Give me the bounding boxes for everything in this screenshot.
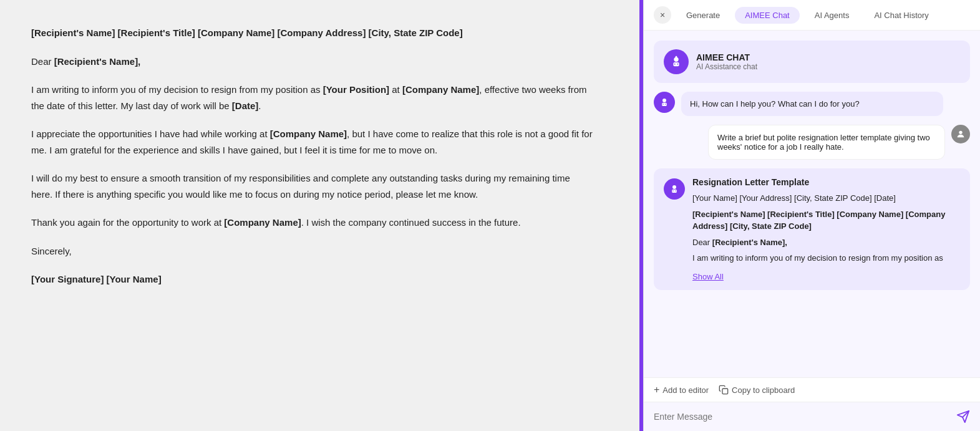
svg-rect-15 [722,389,728,394]
doc-para1: I am writing to inform you of my decisio… [31,82,593,114]
add-to-editor-label: Add to editor [662,385,709,395]
user-avatar [951,125,970,143]
svg-rect-7 [662,103,667,106]
aimee-subtitle: AI Assistance chat [696,62,757,71]
aimee-info: AIMEE CHAT AI Assistance chat [696,52,757,71]
svg-point-3 [677,64,678,65]
plus-icon: + [654,384,659,395]
copy-to-clipboard-button[interactable]: Copy to clipboard [719,384,795,395]
svg-point-11 [672,185,676,189]
tab-aimee-chat[interactable]: AIMEE Chat [735,7,800,24]
ai-greeting-bubble: Hi, How can I help you? What can I do fo… [681,92,943,116]
tab-ai-agents[interactable]: AI Agents [805,7,860,24]
svg-rect-12 [672,190,677,193]
tab-generate[interactable]: Generate [676,7,730,24]
svg-point-5 [676,56,677,58]
user-bubble: Write a brief but polite resignation let… [708,125,945,160]
salutation-bold: [Recipient's Name], [54,56,141,67]
robot-icon [669,55,683,69]
action-row: + Add to editor Copy to clipboard [644,377,980,402]
response-body-text: I am writing to inform you of my decisio… [692,252,960,264]
doc-salutation: Dear [Recipient's Name], [31,54,593,70]
document-content: [Recipient's Name] [Recipient's Title] [… [31,25,593,288]
aimee-header-card: AIMEE CHAT AI Assistance chat [654,41,970,83]
svg-point-10 [959,131,962,134]
doc-signature: [Your Signature] [Your Name] [31,271,593,288]
svg-point-6 [662,99,666,102]
send-button[interactable] [956,410,970,424]
doc-header: [Recipient's Name] [Recipient's Title] [… [31,25,593,41]
send-icon [956,410,970,424]
chat-body: AIMEE CHAT AI Assistance chat Hi, How ca… [644,31,980,377]
ai-response-card: Resignation Letter Template [Your Name] … [654,168,970,290]
svg-point-8 [662,104,664,105]
response-line2: [Recipient's Name] [Recipient's Title] [… [692,208,960,233]
salutation-text: Dear [31,56,54,67]
copy-icon [719,385,729,395]
response-title: Resignation Letter Template [692,177,960,187]
document-panel: [Recipient's Name] [Recipient's Title] [… [0,0,639,431]
chat-input-area [644,402,980,431]
close-button[interactable]: × [654,6,671,24]
show-all-link[interactable]: Show All [692,272,724,281]
response-dear: Dear [Recipient's Name], [692,236,960,249]
svg-point-9 [665,104,666,105]
svg-point-13 [672,190,674,191]
svg-point-2 [674,64,676,65]
aimee-avatar [664,49,689,74]
user-message: Write a brief but polite resignation let… [654,125,970,160]
ai-message-avatar [654,92,675,113]
response-body: Resignation Letter Template [Your Name] … [692,177,960,281]
doc-para4: Thank you again for the opportunity to w… [31,215,593,231]
response-line2-text: [Recipient's Name] [Recipient's Title] [… [692,210,945,231]
robot-icon-sm [659,97,670,108]
copy-label: Copy to clipboard [732,385,795,395]
svg-point-14 [675,190,676,191]
chat-nav: × Generate AIMEE Chat AI Agents AI Chat … [644,0,980,31]
tab-ai-chat-history[interactable]: AI Chat History [864,7,938,24]
svg-rect-1 [673,62,679,66]
doc-closing: Sincerely, [31,243,593,259]
chat-input[interactable] [654,412,950,422]
response-line1: [Your Name] [Your Address] [City, State … [692,192,960,205]
user-icon [956,129,966,139]
chat-panel: × Generate AIMEE Chat AI Agents AI Chat … [643,0,980,431]
add-to-editor-button[interactable]: + Add to editor [654,384,709,395]
doc-para3: I will do my best to ensure a smooth tra… [31,170,593,202]
robot-icon-response [669,183,680,195]
response-avatar [664,178,685,200]
doc-para2: I appreciate the opportunities I have ha… [31,126,593,158]
aimee-title: AIMEE CHAT [696,52,757,62]
ai-greeting-message: Hi, How can I help you? What can I do fo… [654,92,970,116]
